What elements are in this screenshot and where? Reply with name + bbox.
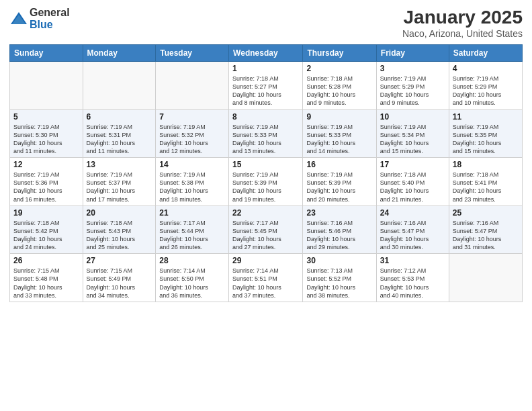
calendar-cell: 22Sunrise: 7:17 AM Sunset: 5:45 PM Dayli…	[229, 205, 303, 254]
day-info: Sunrise: 7:19 AM Sunset: 5:29 PM Dayligh…	[380, 75, 445, 107]
day-number: 19	[13, 208, 79, 218]
day-info: Sunrise: 7:17 AM Sunset: 5:44 PM Dayligh…	[159, 219, 225, 252]
calendar-cell: 5Sunrise: 7:19 AM Sunset: 5:30 PM Daylig…	[10, 109, 83, 158]
day-number: 28	[159, 256, 225, 265]
logo-general-label: General	[30, 7, 70, 19]
calendar-cell: 3Sunrise: 7:19 AM Sunset: 5:29 PM Daylig…	[376, 62, 449, 110]
day-info: Sunrise: 7:19 AM Sunset: 5:39 PM Dayligh…	[232, 171, 299, 203]
day-number: 5	[13, 112, 79, 122]
calendar-cell: 8Sunrise: 7:19 AM Sunset: 5:33 PM Daylig…	[229, 109, 303, 158]
day-info: Sunrise: 7:14 AM Sunset: 5:51 PM Dayligh…	[232, 267, 299, 300]
week-row-1: 1Sunrise: 7:18 AM Sunset: 5:27 PM Daylig…	[10, 62, 523, 110]
day-number: 8	[232, 112, 299, 122]
day-number: 15	[232, 160, 299, 169]
day-info: Sunrise: 7:18 AM Sunset: 5:28 PM Dayligh…	[306, 75, 372, 107]
day-info: Sunrise: 7:18 AM Sunset: 5:43 PM Dayligh…	[87, 219, 152, 252]
calendar-cell: 21Sunrise: 7:17 AM Sunset: 5:44 PM Dayli…	[156, 205, 229, 254]
calendar-cell: 19Sunrise: 7:18 AM Sunset: 5:42 PM Dayli…	[10, 205, 83, 254]
day-info: Sunrise: 7:16 AM Sunset: 5:46 PM Dayligh…	[306, 219, 372, 252]
page: General Blue January 2025 Naco, Arizona,…	[0, 0, 532, 411]
day-info: Sunrise: 7:18 AM Sunset: 5:27 PM Dayligh…	[232, 75, 299, 107]
day-number: 18	[453, 160, 519, 169]
calendar-cell: 20Sunrise: 7:18 AM Sunset: 5:43 PM Dayli…	[83, 205, 156, 254]
day-info: Sunrise: 7:13 AM Sunset: 5:52 PM Dayligh…	[306, 267, 372, 300]
day-info: Sunrise: 7:19 AM Sunset: 5:35 PM Dayligh…	[453, 123, 519, 156]
calendar-cell: 2Sunrise: 7:18 AM Sunset: 5:28 PM Daylig…	[303, 62, 376, 110]
week-row-4: 19Sunrise: 7:18 AM Sunset: 5:42 PM Dayli…	[10, 205, 523, 254]
day-number: 29	[232, 256, 299, 265]
weekday-header-row: SundayMondayTuesdayWednesdayThursdayFrid…	[10, 45, 523, 62]
day-number: 2	[306, 64, 372, 73]
calendar-cell: 31Sunrise: 7:12 AM Sunset: 5:53 PM Dayli…	[376, 254, 449, 302]
calendar-table: SundayMondayTuesdayWednesdayThursdayFrid…	[9, 44, 523, 302]
day-number: 26	[13, 256, 79, 265]
calendar-cell: 28Sunrise: 7:14 AM Sunset: 5:50 PM Dayli…	[156, 254, 229, 302]
calendar-cell: 18Sunrise: 7:18 AM Sunset: 5:41 PM Dayli…	[449, 158, 522, 206]
day-info: Sunrise: 7:19 AM Sunset: 5:30 PM Dayligh…	[13, 123, 79, 156]
logo-blue-label: Blue	[30, 19, 70, 31]
day-number: 27	[87, 256, 152, 265]
calendar-cell: 13Sunrise: 7:19 AM Sunset: 5:37 PM Dayli…	[83, 158, 156, 206]
day-info: Sunrise: 7:18 AM Sunset: 5:42 PM Dayligh…	[13, 219, 79, 252]
day-info: Sunrise: 7:19 AM Sunset: 5:39 PM Dayligh…	[306, 171, 372, 203]
day-number: 6	[87, 112, 152, 122]
calendar-subtitle: Naco, Arizona, United States	[402, 28, 523, 39]
week-row-5: 26Sunrise: 7:15 AM Sunset: 5:48 PM Dayli…	[10, 254, 523, 302]
calendar-cell: 26Sunrise: 7:15 AM Sunset: 5:48 PM Dayli…	[10, 254, 83, 302]
calendar-cell: 24Sunrise: 7:16 AM Sunset: 5:47 PM Dayli…	[376, 205, 449, 254]
day-info: Sunrise: 7:19 AM Sunset: 5:36 PM Dayligh…	[13, 171, 79, 203]
day-info: Sunrise: 7:19 AM Sunset: 5:31 PM Dayligh…	[87, 123, 152, 156]
day-number: 21	[159, 208, 225, 218]
day-number: 12	[13, 160, 79, 169]
day-info: Sunrise: 7:14 AM Sunset: 5:50 PM Dayligh…	[159, 267, 225, 300]
calendar-cell: 25Sunrise: 7:16 AM Sunset: 5:47 PM Dayli…	[449, 205, 522, 254]
calendar-cell: 12Sunrise: 7:19 AM Sunset: 5:36 PM Dayli…	[10, 158, 83, 206]
weekday-header-monday: Monday	[83, 45, 156, 62]
weekday-header-thursday: Thursday	[303, 45, 376, 62]
calendar-cell: 29Sunrise: 7:14 AM Sunset: 5:51 PM Dayli…	[229, 254, 303, 302]
logo-icon	[9, 9, 28, 28]
header: General Blue January 2025 Naco, Arizona,…	[9, 7, 523, 39]
day-info: Sunrise: 7:18 AM Sunset: 5:41 PM Dayligh…	[453, 171, 519, 203]
logo: General Blue	[9, 7, 70, 30]
day-info: Sunrise: 7:19 AM Sunset: 5:34 PM Dayligh…	[380, 123, 445, 156]
calendar-cell	[449, 254, 522, 302]
day-info: Sunrise: 7:19 AM Sunset: 5:38 PM Dayligh…	[159, 171, 225, 203]
calendar-cell	[83, 62, 156, 110]
calendar-header: SundayMondayTuesdayWednesdayThursdayFrid…	[10, 45, 523, 62]
week-row-3: 12Sunrise: 7:19 AM Sunset: 5:36 PM Dayli…	[10, 158, 523, 206]
calendar-cell: 23Sunrise: 7:16 AM Sunset: 5:46 PM Dayli…	[303, 205, 376, 254]
day-number: 30	[306, 256, 372, 265]
calendar-cell: 7Sunrise: 7:19 AM Sunset: 5:32 PM Daylig…	[156, 109, 229, 158]
calendar-cell: 27Sunrise: 7:15 AM Sunset: 5:49 PM Dayli…	[83, 254, 156, 302]
day-info: Sunrise: 7:19 AM Sunset: 5:32 PM Dayligh…	[159, 123, 225, 156]
day-number: 22	[232, 208, 299, 218]
day-number: 11	[453, 112, 519, 122]
day-info: Sunrise: 7:16 AM Sunset: 5:47 PM Dayligh…	[380, 219, 445, 252]
day-info: Sunrise: 7:15 AM Sunset: 5:48 PM Dayligh…	[13, 267, 79, 300]
day-number: 24	[380, 208, 445, 218]
day-number: 25	[453, 208, 519, 218]
day-number: 4	[453, 64, 519, 73]
calendar-cell: 11Sunrise: 7:19 AM Sunset: 5:35 PM Dayli…	[449, 109, 522, 158]
day-number: 9	[306, 112, 372, 122]
calendar-cell: 17Sunrise: 7:18 AM Sunset: 5:40 PM Dayli…	[376, 158, 449, 206]
day-number: 20	[87, 208, 152, 218]
weekday-header-wednesday: Wednesday	[229, 45, 303, 62]
logo-text: General Blue	[30, 7, 70, 30]
weekday-header-tuesday: Tuesday	[156, 45, 229, 62]
day-number: 16	[306, 160, 372, 169]
day-number: 31	[380, 256, 445, 265]
weekday-header-saturday: Saturday	[449, 45, 522, 62]
day-info: Sunrise: 7:12 AM Sunset: 5:53 PM Dayligh…	[380, 267, 445, 300]
calendar-cell: 15Sunrise: 7:19 AM Sunset: 5:39 PM Dayli…	[229, 158, 303, 206]
day-number: 10	[380, 112, 445, 122]
day-info: Sunrise: 7:17 AM Sunset: 5:45 PM Dayligh…	[232, 219, 299, 252]
calendar-cell: 10Sunrise: 7:19 AM Sunset: 5:34 PM Dayli…	[376, 109, 449, 158]
weekday-header-friday: Friday	[376, 45, 449, 62]
calendar-cell: 14Sunrise: 7:19 AM Sunset: 5:38 PM Dayli…	[156, 158, 229, 206]
calendar-cell: 9Sunrise: 7:19 AM Sunset: 5:33 PM Daylig…	[303, 109, 376, 158]
calendar-cell: 6Sunrise: 7:19 AM Sunset: 5:31 PM Daylig…	[83, 109, 156, 158]
day-number: 17	[380, 160, 445, 169]
day-number: 13	[87, 160, 152, 169]
